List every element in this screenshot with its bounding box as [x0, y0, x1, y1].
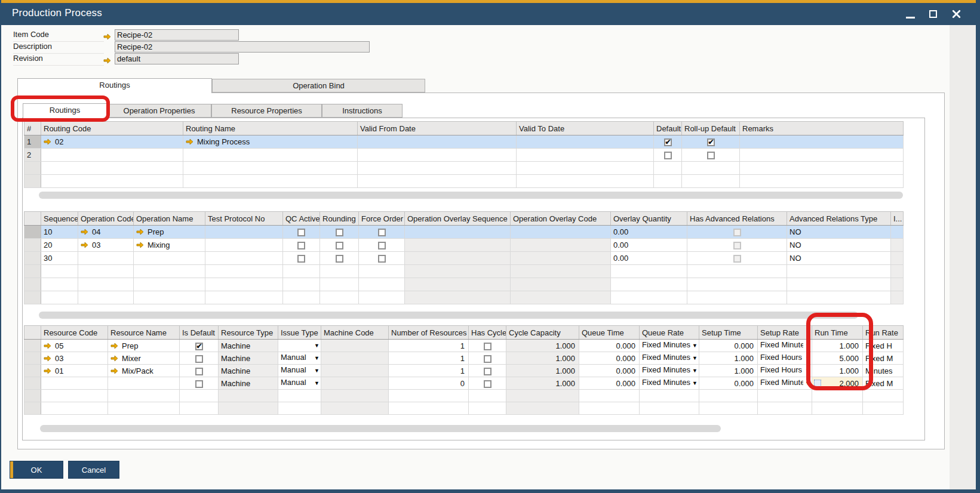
- cell-overlay_code[interactable]: [511, 226, 611, 239]
- cell-setup_rate[interactable]: [758, 390, 812, 402]
- cell-operation_code[interactable]: 04: [78, 226, 134, 239]
- table-row[interactable]: 300.00NO: [24, 252, 904, 265]
- cell-test_protocol[interactable]: [205, 226, 283, 239]
- cell-issue_type[interactable]: ▼: [278, 340, 321, 352]
- cell-valid_to[interactable]: [517, 149, 654, 162]
- cell-rollup_checked[interactable]: [682, 162, 740, 175]
- link-arrow-icon[interactable]: [136, 241, 144, 249]
- cell-overlay_code[interactable]: [511, 278, 611, 291]
- cell-overlay_code[interactable]: [511, 239, 611, 252]
- cell-row-selector[interactable]: [24, 291, 41, 304]
- cell-i-column[interactable]: [891, 226, 904, 239]
- dropdown-arrow-icon[interactable]: ▼: [805, 368, 810, 374]
- checkbox[interactable]: [733, 229, 741, 236]
- cell-run_time[interactable]: [812, 390, 863, 402]
- ok-button[interactable]: OK: [10, 461, 63, 479]
- cell-qc_active[interactable]: [283, 265, 320, 278]
- maximize-button[interactable]: [929, 10, 937, 18]
- cell-routing_name[interactable]: [183, 149, 358, 162]
- cell-sequence[interactable]: [41, 265, 78, 278]
- link-arrow-icon[interactable]: [44, 354, 51, 363]
- table-row[interactable]: 102Mixing Process: [24, 135, 904, 149]
- cell-valid_from[interactable]: [358, 149, 517, 162]
- cell-force_order[interactable]: [359, 226, 405, 239]
- cell-machine_code[interactable]: [321, 390, 389, 402]
- cell-queue_rate[interactable]: [640, 402, 699, 415]
- cell-i-column[interactable]: [891, 291, 904, 304]
- cell-valid_from[interactable]: [358, 175, 517, 188]
- cell-rounding[interactable]: [320, 252, 359, 265]
- link-arrow-icon[interactable]: [44, 137, 51, 146]
- cell-cycle_capacity[interactable]: [506, 390, 579, 402]
- cell-rollup_checked[interactable]: [682, 135, 740, 149]
- dropdown-arrow-icon[interactable]: ▼: [314, 380, 320, 386]
- link-arrow-icon[interactable]: [103, 56, 111, 62]
- cell-advanced_type[interactable]: [787, 278, 891, 291]
- cell-resource_code[interactable]: 05: [41, 340, 108, 352]
- horizontal-scrollbar-thumb[interactable]: [39, 312, 858, 319]
- cell-setup_time[interactable]: [699, 402, 758, 415]
- cell-advanced_type[interactable]: [787, 291, 891, 304]
- close-button[interactable]: [951, 9, 961, 19]
- table-row[interactable]: [24, 162, 904, 175]
- cell-default_checked[interactable]: [654, 149, 682, 162]
- checkbox[interactable]: [378, 229, 386, 236]
- cell-setup_time[interactable]: 1.000: [699, 352, 758, 365]
- cell-run_time[interactable]: 1.000: [812, 365, 863, 377]
- cell-machine_code[interactable]: [321, 340, 389, 352]
- cell-queue_time[interactable]: [579, 402, 640, 415]
- cell-run_rate[interactable]: [863, 402, 904, 415]
- cell-remarks[interactable]: [740, 162, 904, 175]
- cell-resource_name[interactable]: Mix/Pack: [108, 365, 180, 377]
- cell-queue_time[interactable]: 0.000: [579, 352, 640, 365]
- cell-run_rate[interactable]: [863, 390, 904, 402]
- cell-machine_code[interactable]: [321, 402, 389, 415]
- cell-default_checked[interactable]: [654, 162, 682, 175]
- checkbox[interactable]: [707, 152, 715, 159]
- cell-has_advanced[interactable]: [687, 291, 787, 304]
- cell-sequence[interactable]: 20: [41, 239, 78, 252]
- cell-overlay_sequence[interactable]: [405, 252, 511, 265]
- cell-sequence[interactable]: [41, 291, 78, 304]
- table-row[interactable]: [24, 402, 904, 415]
- subtab-operation-properties[interactable]: Operation Properties: [107, 104, 211, 118]
- cell-row-number[interactable]: [24, 175, 41, 188]
- cell-row-selector[interactable]: [24, 265, 41, 278]
- cell-queue_rate[interactable]: Fixed Minutes▼: [640, 377, 699, 390]
- cell-rounding[interactable]: [320, 265, 359, 278]
- link-arrow-icon[interactable]: [81, 241, 88, 249]
- cell-issue_type[interactable]: Manual▼: [278, 352, 321, 365]
- checkbox[interactable]: [195, 368, 203, 375]
- checkbox[interactable]: [484, 380, 491, 388]
- cell-is_default[interactable]: [180, 402, 219, 415]
- cell-queue_rate[interactable]: Fixed Minutes▼: [640, 352, 699, 365]
- cell-operation_code[interactable]: [78, 291, 134, 304]
- cell-num_resources[interactable]: [389, 402, 469, 415]
- link-arrow-icon[interactable]: [44, 341, 51, 350]
- cell-rounding[interactable]: [320, 278, 359, 291]
- cell-routing_code[interactable]: [41, 175, 183, 188]
- dropdown-arrow-icon[interactable]: ▼: [805, 343, 810, 349]
- cell-num_resources[interactable]: [389, 390, 469, 402]
- cell-operation_code[interactable]: [78, 278, 134, 291]
- table-row[interactable]: [24, 390, 904, 402]
- cell-run_time[interactable]: 1.000: [812, 340, 863, 352]
- cell-num_resources[interactable]: 1: [389, 352, 469, 365]
- cell-force_order[interactable]: [359, 265, 405, 278]
- cell-resource_type[interactable]: [219, 402, 278, 415]
- cell-resource_name[interactable]: Prep: [108, 340, 180, 352]
- cell-test_protocol[interactable]: [205, 278, 283, 291]
- cell-operation_name[interactable]: Mixing: [134, 239, 205, 252]
- cell-has_advanced[interactable]: [687, 252, 787, 265]
- cell-overlay_code[interactable]: [511, 265, 611, 278]
- cell-has_cycles[interactable]: [469, 390, 506, 402]
- cell-valid_from[interactable]: [358, 162, 517, 175]
- checkbox[interactable]: [733, 255, 741, 263]
- table-row[interactable]: 1004Prep0.00NO: [24, 226, 904, 239]
- cell-row-selector[interactable]: [24, 252, 41, 265]
- dropdown-arrow-icon[interactable]: ▼: [692, 380, 698, 386]
- table-row[interactable]: [24, 265, 904, 278]
- cell-cycle_capacity[interactable]: 1.000: [506, 377, 579, 390]
- cell-run_rate[interactable]: Minutes: [863, 365, 904, 377]
- cell-queue_rate[interactable]: Fixed Minutes▼: [640, 365, 699, 377]
